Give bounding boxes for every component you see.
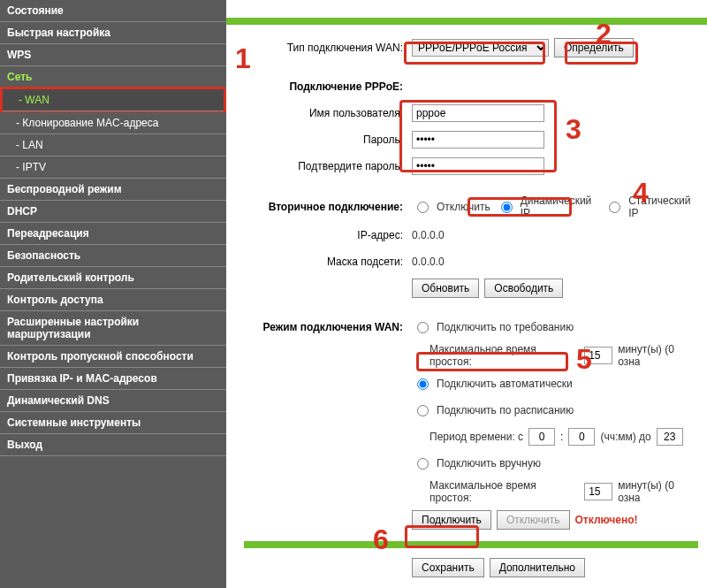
- sidebar: Состояние Быстрая настройка WPS Сеть - W…: [0, 0, 226, 588]
- period-label: Период времени: с: [430, 431, 523, 443]
- sidebar-item-wan[interactable]: - WAN: [3, 89, 224, 111]
- sidebar-item-access-control[interactable]: Контроль доступа: [0, 289, 226, 311]
- password-confirm-input[interactable]: [412, 157, 544, 175]
- sidebar-item-security[interactable]: Безопасность: [0, 245, 226, 267]
- advanced-button[interactable]: Дополнительно: [490, 558, 585, 577]
- wan-type-select[interactable]: PPPoE/PPPoE Россия: [412, 39, 549, 57]
- pppoe-section-label: Подключение PPPoE:: [244, 80, 412, 93]
- sidebar-item-bandwidth[interactable]: Контроль пропускной способности: [0, 346, 226, 368]
- sidebar-item-forwarding[interactable]: Переадресация: [0, 223, 226, 245]
- sidebar-item-parental[interactable]: Родительский контроль: [0, 267, 226, 289]
- secondary-static-label: Статический IP: [628, 195, 698, 219]
- ip-value: 0.0.0.0: [412, 229, 445, 241]
- sidebar-item-ip-mac-binding[interactable]: Привязка IP- и MAC-адресов: [0, 368, 226, 390]
- mode-demand-label: Подключить по требованию: [437, 321, 574, 333]
- save-button[interactable]: Сохранить: [412, 558, 484, 577]
- period-format: (чч:мм) до: [600, 431, 650, 443]
- sidebar-item-mac-clone[interactable]: - Клонирование MAC-адреса: [0, 112, 226, 134]
- ip-label: IP-адрес:: [244, 229, 412, 241]
- release-button[interactable]: Освободить: [484, 279, 563, 298]
- mode-manual-label: Подключить вручную: [437, 457, 541, 470]
- sidebar-item-quick-setup[interactable]: Быстрая настройка: [0, 22, 226, 44]
- sidebar-item-wireless[interactable]: Беспроводной режим: [0, 179, 226, 201]
- idle-time-label: Максимальное время простоя:: [430, 343, 579, 368]
- idle-time-unit-2: минут(ы) (0 озна: [618, 479, 698, 504]
- connect-button[interactable]: Подключить: [412, 510, 491, 530]
- sidebar-item-routing[interactable]: Расширенные настройки маршрутизации: [0, 311, 226, 346]
- idle-time-label-2: Максимальное время простоя:: [430, 479, 579, 504]
- mode-schedule-radio[interactable]: [417, 405, 429, 416]
- password-label: Пароль:: [244, 134, 412, 146]
- wan-type-label: Тип подключения WAN:: [244, 42, 412, 54]
- sidebar-item-wps[interactable]: WPS: [0, 44, 226, 66]
- detect-button[interactable]: Определить: [554, 38, 634, 57]
- username-input[interactable]: [412, 104, 544, 122]
- sidebar-item-dhcp[interactable]: DHCP: [0, 201, 226, 223]
- secondary-dynamic-label: Динамический IP: [521, 195, 599, 219]
- sidebar-item-status[interactable]: Состояние: [0, 0, 226, 22]
- mode-demand-radio[interactable]: [417, 322, 429, 333]
- idle-time-unit: минут(ы) (0 озна: [618, 343, 698, 368]
- username-label: Имя пользователя:: [244, 107, 412, 119]
- disconnect-button[interactable]: Отключить: [497, 510, 570, 530]
- secondary-conn-label: Вторичное подключение:: [244, 201, 412, 213]
- mask-value: 0.0.0.0: [412, 256, 445, 268]
- connection-status: Отключено!: [575, 514, 638, 526]
- sidebar-item-lan[interactable]: - LAN: [0, 134, 226, 157]
- mask-label: Маска подсети:: [244, 256, 412, 268]
- conn-mode-label: Режим подключения WAN:: [244, 321, 412, 333]
- secondary-static-radio[interactable]: [609, 202, 620, 213]
- secondary-dynamic-radio[interactable]: [501, 202, 513, 213]
- password-confirm-label: Подтвердите пароль:: [244, 160, 412, 172]
- idle-time-input-2[interactable]: [584, 483, 612, 500]
- sidebar-item-network[interactable]: Сеть: [0, 66, 226, 88]
- mode-schedule-label: Подключить по расписанию: [437, 404, 574, 416]
- password-input[interactable]: [412, 131, 544, 149]
- main-panel: Тип подключения WAN: PPPoE/PPPoE Россия …: [226, 0, 707, 588]
- mode-auto-radio[interactable]: [417, 378, 429, 390]
- period-from-hour[interactable]: [528, 428, 555, 446]
- sidebar-item-logout[interactable]: Выход: [0, 434, 226, 456]
- idle-time-input[interactable]: [584, 347, 612, 364]
- mode-manual-radio[interactable]: [417, 458, 429, 470]
- secondary-disable-radio[interactable]: [417, 202, 429, 213]
- period-from-min[interactable]: [568, 428, 595, 446]
- secondary-disable-label: Отключить: [437, 201, 490, 213]
- refresh-button[interactable]: Обновить: [412, 279, 479, 298]
- sidebar-item-iptv[interactable]: - IPTV: [0, 157, 226, 179]
- period-to-hour[interactable]: [657, 428, 683, 446]
- divider-bar: [226, 18, 707, 25]
- mode-auto-label: Подключить автоматически: [437, 378, 573, 390]
- sidebar-item-ddns[interactable]: Динамический DNS: [0, 390, 226, 412]
- sidebar-item-system-tools[interactable]: Системные инструменты: [0, 412, 226, 434]
